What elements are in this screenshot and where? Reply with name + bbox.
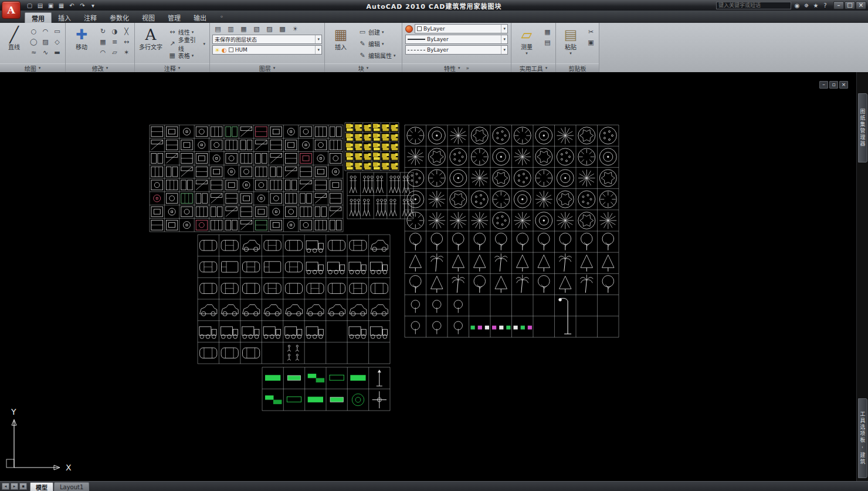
scale-icon[interactable]: ▱ [109, 48, 120, 57]
qat-plot-icon[interactable]: ▦ [56, 1, 66, 10]
panel-block-label[interactable]: 块 ▾ [325, 63, 402, 72]
canvas-close-button[interactable]: × [839, 81, 848, 89]
infocenter-mini-icon[interactable]: ◦ [220, 13, 223, 20]
stretch-icon[interactable]: ↔ [121, 37, 132, 46]
panel-annotate-label[interactable]: 注释 ▾ [135, 63, 209, 72]
create-block-button[interactable]: ▭创建▾ [357, 26, 398, 38]
arc-icon[interactable]: ◠ [40, 26, 51, 36]
layer-match-icon[interactable]: ▩ [277, 24, 288, 33]
point-icon[interactable]: ▬ [52, 48, 63, 57]
qat-undo-icon[interactable]: ↶ [67, 1, 77, 10]
quick-calc-icon[interactable]: ▤ [542, 38, 553, 47]
tab-nav-first-icon[interactable]: ◂ [2, 483, 9, 490]
tab-insert[interactable]: 插入 [52, 12, 77, 23]
rectangle-icon[interactable]: ▭ [52, 26, 63, 36]
qat-open-icon[interactable]: ▤ [35, 1, 45, 10]
favorites-icon[interactable]: ★ [812, 1, 820, 9]
layout1-tab[interactable]: Layout1 [54, 482, 89, 491]
modify-tool-grid: ↻◑╳▦≡↔◠▱✶ [97, 25, 132, 57]
multileader-button[interactable]: ↗多重引线▾ [167, 38, 207, 49]
layer-off-icon[interactable]: ▥ [225, 24, 236, 33]
edit-block-button[interactable]: ✎编辑▾ [357, 38, 398, 49]
panel-clipboard-label[interactable]: 剪贴板 [556, 63, 599, 72]
erase-icon[interactable]: ✶ [121, 48, 132, 57]
panel-expand-icon[interactable]: » [466, 65, 470, 71]
layer-state-select[interactable]: 未保存的图层状态 ▾ [212, 35, 322, 44]
tab-parametric[interactable]: 参数化 [103, 12, 135, 23]
tab-annotate[interactable]: 注释 [77, 12, 103, 23]
spline-icon[interactable]: ∿ [40, 48, 51, 57]
copy-icon[interactable]: ▣ [585, 38, 596, 47]
move-button[interactable]: ✚ 移动 [68, 25, 95, 62]
search-icon[interactable]: ◉ [793, 1, 801, 9]
communication-center-icon[interactable]: ✵ [802, 1, 811, 9]
canvas-restore-button[interactable]: ▫ [829, 81, 838, 89]
qat-new-icon[interactable]: ▢ [25, 1, 35, 10]
mtext-button[interactable]: A 多行文字 [137, 25, 164, 62]
quick-select-icon[interactable]: ▦ [542, 27, 553, 36]
right-dock: 图纸集管理器工具选项板 - 建筑 [856, 72, 868, 481]
layer-freeze-icon[interactable]: ▦ [238, 24, 249, 33]
help-icon[interactable]: ? [821, 1, 829, 9]
qat-dropdown-icon[interactable]: ▾ [88, 1, 98, 10]
canvas-minimize-button[interactable]: – [819, 81, 828, 89]
layer-properties-icon[interactable]: ▤ [212, 24, 223, 33]
draw-tool-grid: ○◠▭◯▨◇≈∿▬ [28, 25, 63, 57]
circle-icon[interactable]: ○ [28, 26, 39, 36]
linetype-select[interactable]: ByLayer ▾ [405, 45, 508, 55]
qat-save-icon[interactable]: ▣ [46, 1, 56, 10]
layer-isolate-icon[interactable]: ▨ [264, 24, 275, 33]
tab-output[interactable]: 输出 [187, 12, 213, 23]
paste-button[interactable]: ▤ 粘贴 ▾ [558, 25, 583, 62]
cut-icon[interactable]: ✂ [585, 27, 596, 36]
polygon-icon[interactable]: ◇ [52, 37, 63, 46]
close-button[interactable]: × [856, 1, 866, 9]
drawing-area[interactable]: YX –▫× [0, 72, 856, 481]
tab-menu-icon[interactable]: ▪ [19, 483, 27, 490]
restore-button[interactable]: □ [845, 1, 855, 9]
panel-layers-label[interactable]: 图层 ▾ [210, 63, 324, 72]
panel-properties-label[interactable]: 特性 ▾ » [402, 63, 511, 72]
panel-draw-label[interactable]: 绘图 ▾ [0, 63, 65, 72]
tab-view[interactable]: 视图 [135, 12, 161, 23]
titlebar-icons: ◉✵★? [793, 1, 829, 9]
row-label: 编辑属性 [368, 51, 392, 60]
dropdown-caret-icon: ▾ [203, 42, 205, 46]
edit-attributes-button[interactable]: ✎编辑属性▾ [357, 50, 398, 61]
layer-lock-icon[interactable]: ▧ [251, 24, 262, 33]
qat-redo-icon[interactable]: ↷ [77, 1, 87, 10]
fillet-icon[interactable]: ◠ [97, 48, 108, 57]
line-button[interactable]: ╱ 直线 [2, 25, 26, 62]
search-input[interactable] [716, 2, 791, 9]
model-tab[interactable]: 模型 [30, 482, 53, 491]
table-button[interactable]: ▦表格▾ [167, 50, 207, 61]
revision-cloud-icon[interactable]: ≈ [28, 48, 39, 57]
layer-state-value: 未保存的图层状态 [215, 36, 257, 43]
object-color-select[interactable]: ByLayer ▾ [415, 24, 508, 33]
array-icon[interactable]: ▦ [97, 37, 108, 46]
minimize-button[interactable]: – [833, 1, 844, 9]
measure-button[interactable]: ▱ 测量 ▾ [514, 25, 540, 62]
layer-on-icon[interactable]: ☀ [290, 24, 301, 33]
tab-manage[interactable]: 管理 [161, 12, 187, 23]
tab-nav-last-icon[interactable]: ▸ [11, 483, 18, 490]
tool-palettes-tab[interactable]: 工具选项板 - 建筑 [858, 398, 867, 478]
rotate-icon[interactable]: ↻ [97, 26, 108, 36]
ellipse-icon[interactable]: ◯ [28, 37, 39, 46]
insert-block-button[interactable]: ▦ 插入 [327, 25, 354, 62]
object-color-swatch [417, 26, 422, 31]
mirror-icon[interactable]: ◑ [109, 26, 120, 36]
tab-home[interactable]: 常用 [25, 12, 52, 23]
object-color-icon[interactable] [405, 25, 413, 33]
layer-select[interactable]: ☀ ◐ HUM ▾ [212, 45, 322, 55]
offset-icon[interactable]: ≡ [109, 37, 120, 46]
hatch-icon[interactable]: ▨ [40, 37, 51, 46]
sheet-set-manager-tab[interactable]: 图纸集管理器 [858, 93, 867, 162]
panel-utilities-label[interactable]: 实用工具 ▾ [511, 63, 555, 72]
application-menu-button[interactable]: A [2, 1, 21, 19]
lineweight-select[interactable]: ByLayer ▾ [405, 35, 508, 44]
dropdown-caret-icon: ▾ [192, 53, 194, 58]
drawing-canvas[interactable]: YX [0, 72, 856, 481]
trim-icon[interactable]: ╳ [121, 26, 132, 36]
panel-modify-label[interactable]: 修改 ▾ [66, 63, 134, 72]
